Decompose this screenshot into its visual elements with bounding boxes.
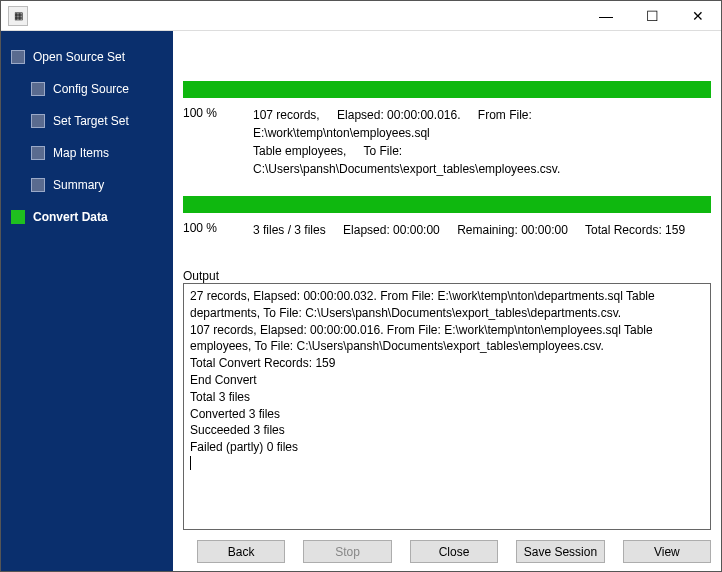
window-controls: — ☐ ✕ — [583, 1, 721, 30]
output-line: Succeeded 3 files — [190, 422, 704, 439]
back-button[interactable]: Back — [197, 540, 285, 563]
output-line: Total Convert Records: 159 — [190, 355, 704, 372]
output-line: Failed (partly) 0 files — [190, 439, 704, 456]
output-label: Output — [183, 269, 711, 283]
file-to-label: To File: — [364, 144, 403, 158]
wizard-step-box-icon — [11, 210, 25, 224]
maximize-button[interactable]: ☐ — [629, 1, 675, 30]
wizard-step[interactable]: Config Source — [1, 75, 173, 103]
wizard-step-label: Config Source — [53, 82, 129, 96]
wizard-step[interactable]: Summary — [1, 171, 173, 199]
file-progress-info: 107 records, Elapsed: 00:00:00.016. From… — [253, 106, 711, 178]
text-caret — [190, 456, 191, 470]
wizard-step-label: Summary — [53, 178, 104, 192]
file-to-path: C:\Users\pansh\Documents\export_tables\e… — [253, 162, 560, 176]
wizard-step-label: Open Source Set — [33, 50, 125, 64]
wizard-step[interactable]: Map Items — [1, 139, 173, 167]
total-remaining: Remaining: 00:00:00 — [457, 223, 568, 237]
total-progress-percent: 100 % — [183, 221, 253, 239]
wizard-step-label: Map Items — [53, 146, 109, 160]
output-line: End Convert — [190, 372, 704, 389]
minimize-button[interactable]: — — [583, 1, 629, 30]
close-button[interactable]: Close — [410, 540, 498, 563]
wizard-step[interactable]: Open Source Set — [1, 43, 173, 71]
file-progress-bar — [183, 81, 711, 98]
content: 100 % 107 records, Elapsed: 00:00:00.016… — [183, 37, 711, 530]
total-elapsed: Elapsed: 00:00:00 — [343, 223, 440, 237]
total-progress-bar — [183, 196, 711, 213]
output-line: Total 3 files — [190, 389, 704, 406]
wizard-step-label: Convert Data — [33, 210, 108, 224]
total-files: 3 files / 3 files — [253, 223, 326, 237]
total-progress-section: 100 % 3 files / 3 files Elapsed: 00:00:0… — [183, 196, 711, 239]
output-line: 107 records, Elapsed: 00:00:00.016. From… — [190, 322, 704, 356]
file-elapsed: Elapsed: 00:00:00.016. — [337, 108, 460, 122]
total-records: Total Records: 159 — [585, 223, 685, 237]
output-line: Converted 3 files — [190, 406, 704, 423]
app-window: ▦ — ☐ ✕ Open Source SetConfig SourceSet … — [0, 0, 722, 572]
view-button[interactable]: View — [623, 540, 711, 563]
titlebar: ▦ — ☐ ✕ — [1, 1, 721, 31]
body: Open Source SetConfig SourceSet Target S… — [1, 31, 721, 571]
wizard-step[interactable]: Convert Data — [1, 203, 173, 231]
file-records: 107 records, — [253, 108, 320, 122]
close-window-button[interactable]: ✕ — [675, 1, 721, 30]
save-session-button[interactable]: Save Session — [516, 540, 604, 563]
file-progress-section: 100 % 107 records, Elapsed: 00:00:00.016… — [183, 81, 711, 178]
wizard-step-box-icon — [31, 82, 45, 96]
button-bar: Back Stop Close Save Session View — [183, 540, 711, 563]
main-panel: 100 % 107 records, Elapsed: 00:00:00.016… — [173, 31, 721, 571]
wizard-step-label: Set Target Set — [53, 114, 129, 128]
file-progress-percent: 100 % — [183, 106, 253, 178]
wizard-sidebar: Open Source SetConfig SourceSet Target S… — [1, 31, 173, 571]
total-progress-info: 3 files / 3 files Elapsed: 00:00:00 Rema… — [253, 221, 711, 239]
wizard-step-box-icon — [31, 146, 45, 160]
stop-button: Stop — [303, 540, 391, 563]
app-icon: ▦ — [8, 6, 28, 26]
output-line: 27 records, Elapsed: 00:00:00.032. From … — [190, 288, 704, 322]
output-textarea[interactable]: 27 records, Elapsed: 00:00:00.032. From … — [183, 283, 711, 530]
wizard-step-box-icon — [31, 114, 45, 128]
wizard-step[interactable]: Set Target Set — [1, 107, 173, 135]
wizard-step-box-icon — [31, 178, 45, 192]
file-table: Table employees, — [253, 144, 346, 158]
wizard-step-box-icon — [11, 50, 25, 64]
